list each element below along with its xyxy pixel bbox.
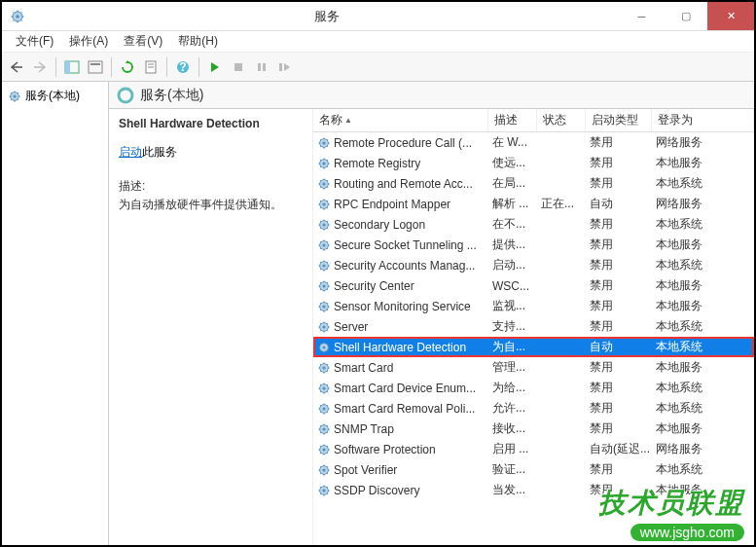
cell-desc: 为自...	[492, 339, 541, 355]
service-list: 名称▲ 描述 状态 启动类型 登录为 Remote Procedure Call…	[313, 109, 754, 545]
service-row[interactable]: Shell Hardware Detection为自...自动本地系统	[313, 337, 754, 357]
column-headers: 名称▲ 描述 状态 启动类型 登录为	[313, 109, 754, 132]
app-icon	[10, 9, 25, 24]
cell-logon: 网络服务	[656, 441, 754, 457]
cell-desc: 允许...	[492, 400, 541, 417]
detail-pane: Shell Hardware Detection 启动此服务 描述: 为自动播放…	[109, 109, 313, 545]
titlebar: 服务 ─ ▢ ✕	[2, 2, 754, 31]
help-button[interactable]: ?	[172, 56, 194, 78]
cell-desc: 当发...	[492, 482, 541, 498]
service-row[interactable]: Routing and Remote Acc...在局...禁用本地系统	[313, 173, 754, 194]
cell-logon: 网络服务	[656, 196, 754, 212]
service-row[interactable]: Secondary Logon在不...禁用本地系统	[313, 214, 754, 235]
cell-startup: 禁用	[590, 380, 656, 396]
watermark-url: www.jsgho.com	[630, 524, 744, 541]
main-panel: 服务(本地) Shell Hardware Detection 启动此服务 描述…	[109, 82, 754, 545]
maximize-button[interactable]: ▢	[664, 2, 707, 30]
panel-header-icon	[117, 87, 134, 104]
menu-file[interactable]: 文件(F)	[8, 31, 61, 52]
tree-root[interactable]: 服务(本地)	[4, 86, 106, 106]
gear-icon	[317, 177, 331, 191]
svg-rect-3	[65, 61, 70, 73]
forward-button[interactable]	[29, 56, 51, 78]
content: 服务(本地) 服务(本地) Shell Hardware Detection 启…	[2, 82, 754, 545]
cell-name: Smart Card	[334, 361, 492, 375]
menu-help[interactable]: 帮助(H)	[170, 31, 226, 52]
cell-logon: 本地系统	[656, 400, 754, 417]
gear-icon	[317, 300, 331, 313]
cell-startup: 禁用	[590, 420, 656, 437]
cell-desc: 使远...	[492, 155, 541, 171]
selected-service-name: Shell Hardware Detection	[119, 117, 303, 130]
cell-desc: 验证...	[492, 461, 541, 478]
cell-name: Secondary Logon	[334, 218, 492, 232]
service-row[interactable]: Spot Verifier验证...禁用本地系统	[313, 459, 754, 480]
gear-icon	[317, 238, 331, 252]
window-title: 服务	[33, 8, 620, 25]
cell-logon: 本地服务	[656, 359, 754, 376]
cell-startup: 禁用	[590, 175, 656, 192]
cell-logon: 本地系统	[656, 175, 754, 192]
cell-name: Shell Hardware Detection	[334, 341, 492, 354]
menu-view[interactable]: 查看(V)	[116, 31, 170, 52]
list-rows[interactable]: Remote Procedure Call (...在 W...禁用网络服务Re…	[313, 132, 754, 545]
tree-root-label: 服务(本地)	[25, 88, 80, 104]
svg-rect-4	[89, 61, 102, 73]
service-row[interactable]: Security CenterWSC...禁用本地服务	[313, 275, 754, 296]
service-row[interactable]: RPC Endpoint Mapper解析 ...正在...自动网络服务	[313, 194, 754, 214]
cell-name: Spot Verifier	[334, 463, 492, 477]
cell-desc: 接收...	[492, 420, 541, 437]
pause-service-button[interactable]	[251, 56, 272, 78]
panel-title: 服务(本地)	[140, 87, 203, 104]
restart-service-button[interactable]	[274, 56, 296, 78]
service-row[interactable]: Software Protection启用 ...自动(延迟...网络服务	[313, 439, 754, 459]
start-service-button[interactable]	[204, 56, 226, 78]
gear-icon	[317, 136, 331, 150]
cell-logon: 本地系统	[656, 380, 754, 396]
stop-service-button[interactable]	[228, 56, 249, 78]
close-button[interactable]: ✕	[707, 2, 754, 30]
cell-name: Security Accounts Manag...	[334, 259, 492, 273]
cell-logon: 本地服务	[656, 298, 754, 314]
service-row[interactable]: Server支持...禁用本地系统	[313, 316, 754, 337]
back-button[interactable]	[6, 56, 27, 78]
cell-startup: 禁用	[590, 134, 656, 151]
service-row[interactable]: Smart Card管理...禁用本地服务	[313, 357, 754, 378]
panel-header: 服务(本地)	[109, 82, 754, 109]
refresh-button[interactable]	[117, 56, 138, 78]
gear-icon	[317, 443, 331, 456]
col-desc[interactable]: 描述	[488, 109, 537, 131]
start-service-link[interactable]: 启动	[119, 145, 142, 159]
cell-desc: 支持...	[492, 318, 541, 335]
properties-button[interactable]	[140, 56, 162, 78]
service-row[interactable]: Smart Card Removal Poli...允许...禁用本地系统	[313, 398, 754, 419]
cell-name: Remote Procedure Call (...	[334, 136, 492, 150]
service-row[interactable]: Sensor Monitoring Service监视...禁用本地服务	[313, 296, 754, 316]
toolbar: ?	[2, 53, 754, 82]
minimize-button[interactable]: ─	[620, 2, 664, 30]
svg-rect-5	[90, 63, 100, 65]
service-row[interactable]: Remote Registry使远...禁用本地服务	[313, 153, 754, 173]
col-startup[interactable]: 启动类型	[586, 109, 652, 131]
cell-logon: 本地系统	[656, 318, 754, 335]
gear-icon	[317, 402, 331, 416]
cell-name: RPC Endpoint Mapper	[334, 198, 492, 211]
export-button[interactable]	[85, 56, 106, 78]
show-hide-tree-button[interactable]	[61, 56, 83, 78]
service-row[interactable]: Remote Procedure Call (...在 W...禁用网络服务	[313, 132, 754, 153]
sort-asc-icon: ▲	[344, 116, 352, 125]
service-row[interactable]: SNMP Trap接收...禁用本地服务	[313, 419, 754, 439]
cell-startup: 禁用	[590, 277, 656, 294]
gear-icon	[317, 341, 331, 354]
service-row[interactable]: Security Accounts Manag...启动...禁用本地系统	[313, 255, 754, 275]
menu-action[interactable]: 操作(A)	[61, 31, 116, 52]
service-row[interactable]: Secure Socket Tunneling ...提供...禁用本地服务	[313, 235, 754, 255]
cell-startup: 禁用	[590, 257, 656, 274]
col-logon[interactable]: 登录为	[652, 109, 754, 131]
col-status[interactable]: 状态	[537, 109, 586, 131]
col-name[interactable]: 名称▲	[313, 109, 488, 131]
cell-startup: 禁用	[590, 400, 656, 417]
service-row[interactable]: Smart Card Device Enum...为给...禁用本地系统	[313, 378, 754, 398]
cell-logon: 本地系统	[656, 339, 754, 355]
gear-icon	[317, 484, 331, 497]
